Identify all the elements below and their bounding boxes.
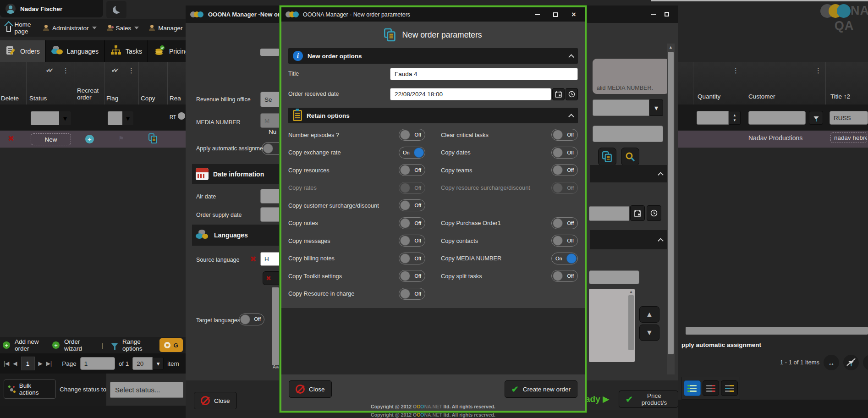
- order-received-date-input[interactable]: [390, 88, 551, 100]
- scroll-fragment[interactable]: [260, 49, 280, 56]
- listbox-scroll-up-icon[interactable]: ▲: [628, 290, 634, 294]
- customer-filter-funnel-button[interactable]: [809, 111, 823, 125]
- bulk-actions-button[interactable]: Bulk actions: [4, 380, 56, 399]
- list-scrollbar[interactable]: [272, 287, 279, 365]
- title-input[interactable]: [390, 68, 578, 80]
- tab-languages[interactable]: Languages: [46, 40, 104, 62]
- column-menu-icon[interactable]: ⋮: [128, 66, 135, 75]
- order-supply-date-input[interactable]: [260, 207, 281, 222]
- collapsed-section-2[interactable]: [590, 230, 667, 249]
- background-date-field[interactable]: [589, 206, 629, 221]
- delete-row-icon[interactable]: ✖: [8, 134, 14, 143]
- chevron-up-icon[interactable]: [568, 54, 574, 60]
- column-header-recreat-order[interactable]: Recreat order: [77, 87, 104, 101]
- column-header-customer[interactable]: Customer: [748, 93, 803, 100]
- customer-filter-input[interactable]: [748, 111, 806, 125]
- background-field[interactable]: [593, 126, 663, 142]
- move-down-button[interactable]: ▼: [639, 324, 659, 341]
- toggle-switch[interactable]: Off: [551, 217, 578, 229]
- retain-options-section[interactable]: Retain options: [288, 108, 578, 123]
- page-size-select[interactable]: 20: [132, 357, 153, 370]
- minimize-button[interactable]: [646, 9, 660, 19]
- nav-item-sales[interactable]: Sales: [103, 21, 143, 35]
- dropdown-arrow-icon[interactable]: ▾: [59, 111, 71, 125]
- column-menu-icon[interactable]: ⋮: [62, 66, 69, 75]
- generate-button[interactable]: G: [159, 338, 183, 352]
- scroll-thumb[interactable]: [668, 52, 674, 354]
- view-button-selected[interactable]: [684, 380, 701, 396]
- dialog-close-button[interactable]: Close: [194, 392, 237, 409]
- view-button-mixed[interactable]: [721, 380, 738, 396]
- toggle-switch[interactable]: Off: [399, 217, 425, 229]
- date-information-section[interactable]: Date information: [192, 164, 280, 184]
- toggle-switch[interactable]: Off: [551, 270, 578, 282]
- prev-page-button[interactable]: ◀: [13, 360, 17, 367]
- toggle-switch[interactable]: On: [399, 147, 425, 159]
- rt-toggle[interactable]: RT: [170, 114, 176, 120]
- copy-row-icon[interactable]: [148, 133, 158, 145]
- chevron-up-icon[interactable]: [658, 238, 664, 244]
- media-number-input[interactable]: M: [260, 113, 281, 128]
- toggle-switch[interactable]: Off: [399, 164, 425, 176]
- status-filter-select[interactable]: ▾: [31, 111, 71, 125]
- select-status-dropdown[interactable]: Select status...: [110, 382, 183, 398]
- current-page-button[interactable]: 1: [21, 357, 35, 370]
- revenue-billing-office-select[interactable]: Se: [260, 92, 281, 107]
- column-header-title-2[interactable]: Title ↑2: [830, 93, 867, 100]
- scroll-up-icon[interactable]: ▲: [667, 44, 675, 50]
- dropdown-arrow-icon[interactable]: ▾: [649, 99, 663, 116]
- search-button[interactable]: [621, 148, 639, 166]
- toggle-switch[interactable]: On: [551, 253, 578, 264]
- horizontal-scrollbar[interactable]: [686, 327, 868, 335]
- modal-close-button[interactable]: Close: [289, 380, 332, 398]
- create-new-order-button[interactable]: ✔ Create new order: [505, 380, 577, 398]
- clock-button[interactable]: [647, 205, 661, 221]
- move-up-button[interactable]: ▲: [639, 306, 659, 323]
- add-new-order-button[interactable]: Add new order: [15, 338, 48, 352]
- calendar-button[interactable]: [552, 88, 565, 100]
- last-page-button[interactable]: ▶|: [46, 360, 52, 367]
- quantity-filter-spinner[interactable]: ▲▼: [697, 111, 741, 125]
- order-wizard-button[interactable]: Order wizard: [64, 338, 93, 352]
- target-languages-toggle[interactable]: Off: [239, 314, 264, 325]
- toggle-switch[interactable]: Off: [399, 270, 425, 282]
- column-header-rea[interactable]: Rea: [170, 95, 185, 102]
- maximize-button[interactable]: [660, 9, 674, 19]
- chevron-up-icon[interactable]: [568, 114, 574, 120]
- column-resize-button[interactable]: ↔: [824, 355, 839, 370]
- clock-button[interactable]: [566, 88, 578, 100]
- column-header-flag[interactable]: Flag: [106, 95, 137, 102]
- minimize-button[interactable]: [530, 10, 544, 20]
- background-field-2[interactable]: [589, 270, 639, 284]
- tab-tasks[interactable]: Tasks: [104, 40, 148, 62]
- toggle-switch[interactable]: Off: [551, 235, 578, 247]
- page-size-arrow-icon[interactable]: ▾: [153, 357, 164, 370]
- remove-language-button[interactable]: ✖: [263, 271, 281, 285]
- apply-auto-toggle[interactable]: [262, 142, 280, 155]
- tab-orders[interactable]: Orders: [0, 40, 46, 62]
- dropdown-arrow-icon[interactable]: ▾: [122, 111, 133, 125]
- toggle-switch[interactable]: Off: [399, 253, 425, 264]
- column-header-status[interactable]: Status: [29, 95, 73, 102]
- clear-filter-button[interactable]: [843, 355, 859, 370]
- air-date-input[interactable]: [260, 189, 281, 204]
- copy-tool-button[interactable]: [598, 148, 616, 166]
- toggle-switch[interactable]: Off: [399, 129, 425, 141]
- chevron-up-icon[interactable]: [658, 172, 664, 178]
- range-options-button[interactable]: Range options: [122, 338, 155, 352]
- column-header-copy[interactable]: Copy: [141, 95, 166, 102]
- refresh-button[interactable]: ↻: [863, 355, 868, 370]
- flag-icon[interactable]: ⚑: [118, 135, 124, 142]
- column-menu-icon[interactable]: ⋮: [815, 66, 822, 75]
- theme-toggle-button[interactable]: [106, 1, 126, 18]
- price-products-button[interactable]: ✔ Price product/s: [619, 390, 678, 408]
- source-language-input[interactable]: H: [260, 252, 281, 266]
- close-window-button[interactable]: ×: [567, 10, 581, 20]
- column-header-quantity[interactable]: Quantity: [698, 93, 739, 100]
- double-check-icon[interactable]: ✔✔: [46, 67, 51, 74]
- title-filter-input[interactable]: RUSS: [830, 111, 868, 125]
- column-menu-icon[interactable]: ⋮: [732, 66, 739, 75]
- modal-titlebar[interactable]: OOONA Manager - New order parameters ×: [281, 7, 585, 22]
- toggle-switch[interactable]: Off: [399, 199, 425, 211]
- toggle-switch[interactable]: Off: [551, 164, 578, 176]
